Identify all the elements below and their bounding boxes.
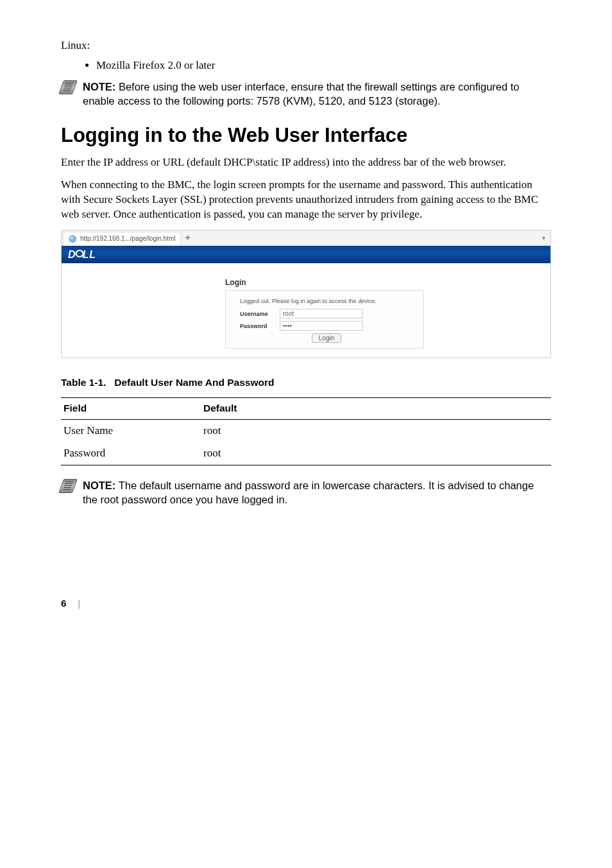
note-bold: NOTE: xyxy=(83,480,115,491)
os-label: Linux: xyxy=(61,39,551,53)
footer-divider: | xyxy=(66,598,87,609)
password-input[interactable] xyxy=(280,321,363,331)
col-default: Default xyxy=(201,398,551,420)
note-icon xyxy=(58,479,78,493)
page-footer: 6| xyxy=(61,597,551,610)
username-label: Username xyxy=(240,310,280,318)
login-screenshot: http://192.168.1.../page/login.html + ▾ … xyxy=(61,230,551,358)
browser-tab[interactable]: http://192.168.1.../page/login.html xyxy=(63,232,181,245)
cell-field: User Name xyxy=(61,420,201,442)
browser-bullet: Mozilla Firefox 2.0 or later xyxy=(96,58,551,73)
col-field: Field xyxy=(61,398,201,420)
login-button[interactable]: Login xyxy=(312,333,341,343)
credentials-table: Field Default User Name root Password ro… xyxy=(61,397,551,465)
tab-dropdown[interactable]: ▾ xyxy=(537,232,550,244)
note-default-creds: NOTE: The default username and password … xyxy=(61,478,551,507)
cell-default: root xyxy=(201,420,551,442)
note-text: The default username and password are in… xyxy=(83,480,534,505)
table-caption: Default User Name And Password xyxy=(114,377,274,388)
paragraph-1: Enter the IP address or URL (default DHC… xyxy=(61,155,551,170)
login-title: Login xyxy=(225,277,424,288)
table-row: User Name root xyxy=(61,420,551,442)
note-firewall: NOTE: Before using the web user interfac… xyxy=(61,80,551,108)
section-heading: Logging in to the Web User Interface xyxy=(61,122,551,149)
paragraph-2: When connecting to the BMC, the login sc… xyxy=(61,178,551,222)
cell-field: Password xyxy=(61,442,201,465)
table-row: Password root xyxy=(61,442,551,465)
favicon-icon xyxy=(69,235,76,243)
username-input[interactable] xyxy=(280,309,363,318)
password-label: Password xyxy=(240,322,280,330)
table-caption-prefix: Table 1-1. xyxy=(61,377,106,388)
brand-logo: DLL xyxy=(68,249,96,260)
tab-url: http://192.168.1.../page/login.html xyxy=(80,234,175,243)
cell-default: root xyxy=(201,442,551,465)
note-bold: NOTE: xyxy=(83,81,115,92)
login-message: Logged out. Please log in again to acces… xyxy=(240,297,413,305)
note-text: Before using the web user interface, ens… xyxy=(83,81,520,107)
note-icon xyxy=(58,80,78,94)
new-tab-button[interactable]: + xyxy=(181,232,194,244)
